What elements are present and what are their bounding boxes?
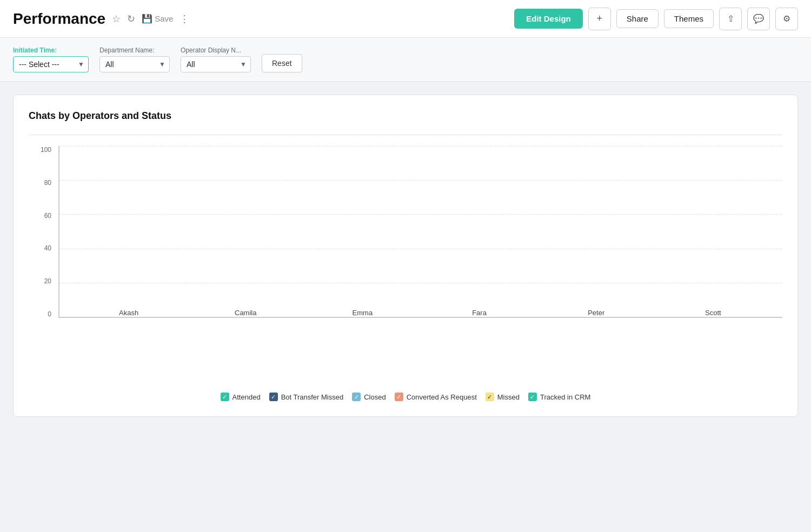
bar-label-peter: Peter — [588, 309, 604, 317]
bar-label-akash: Akash — [119, 309, 138, 317]
reset-button[interactable]: Reset — [262, 54, 302, 72]
comment-icon: 💬 — [753, 14, 764, 24]
refresh-icon[interactable]: ↻ — [127, 13, 135, 25]
legend-item-bot-transfer-missed[interactable]: ✓ Bot Transfer Missed — [269, 393, 344, 401]
legend-checkbox-bot: ✓ — [269, 393, 278, 401]
y-label-20: 20 — [29, 277, 56, 285]
legend-item-closed[interactable]: ✓ Closed — [352, 393, 385, 401]
bar-group-peter: Peter — [575, 303, 618, 317]
themes-button[interactable]: Themes — [664, 9, 714, 28]
legend-checkbox-missed: ✓ — [486, 393, 494, 401]
settings-button[interactable]: ⚙ — [775, 8, 798, 30]
bar-label-scott: Scott — [705, 309, 721, 317]
department-name-select-wrapper: All ▼ — [99, 56, 170, 72]
operator-display-filter: Operator Display N... All ▼ — [181, 46, 251, 72]
gear-icon: ⚙ — [783, 14, 790, 24]
department-name-label: Department Name: — [99, 46, 170, 54]
bar-label-emma: Emma — [353, 309, 373, 317]
legend-label-closed: Closed — [364, 393, 385, 401]
legend-checkbox-attended: ✓ — [221, 393, 229, 401]
bar-group-fara: Fara — [458, 303, 501, 317]
department-name-filter: Department Name: All ▼ — [99, 46, 170, 72]
add-button[interactable]: + — [588, 8, 611, 30]
save-icon: 💾 — [142, 14, 152, 24]
legend-item-tracked[interactable]: ✓ Tracked in CRM — [528, 393, 590, 401]
header-left: Performance ☆ ↻ 💾 Save ⋮ — [13, 10, 189, 28]
legend-checkbox-closed: ✓ — [352, 393, 361, 401]
chart-area: 0 20 40 60 80 100 — [29, 146, 782, 373]
legend-label-bot: Bot Transfer Missed — [281, 393, 344, 401]
more-options-icon[interactable]: ⋮ — [180, 13, 189, 25]
plus-icon: + — [597, 13, 603, 24]
initiated-time-select-wrapper: --- Select --- ▼ — [13, 56, 89, 72]
legend-label-converted: Converted As Request — [407, 393, 477, 401]
star-icon[interactable]: ☆ — [112, 13, 121, 25]
initiated-time-label: Initiated Time: — [13, 46, 89, 54]
chart-card: Chats by Operators and Status 0 20 40 60… — [13, 95, 798, 417]
bar-group-scott: Scott — [692, 303, 735, 317]
chart-legend: ✓ Attended ✓ Bot Transfer Missed ✓ Close… — [29, 393, 782, 401]
legend-label-attended: Attended — [232, 393, 261, 401]
y-label-40: 40 — [29, 244, 56, 252]
y-label-80: 80 — [29, 179, 56, 187]
initiated-time-filter: Initiated Time: --- Select --- ▼ — [13, 46, 89, 72]
legend-checkbox-tracked: ✓ — [528, 393, 537, 401]
initiated-time-select[interactable]: --- Select --- — [13, 56, 89, 72]
legend-item-missed[interactable]: ✓ Missed — [486, 393, 520, 401]
edit-design-button[interactable]: Edit Design — [514, 9, 583, 29]
bar-group-camila: Camila — [224, 303, 267, 317]
bar-label-fara: Fara — [472, 309, 487, 317]
legend-checkbox-converted: ✓ — [395, 393, 403, 401]
y-label-100: 100 — [29, 146, 56, 154]
operator-display-select[interactable]: All — [181, 56, 251, 72]
filters-bar: Initiated Time: --- Select --- ▼ Departm… — [0, 38, 811, 82]
chart-title: Chats by Operators and Status — [29, 110, 782, 122]
legend-item-converted[interactable]: ✓ Converted As Request — [395, 393, 477, 401]
bar-label-camila: Camila — [235, 309, 256, 317]
y-label-0: 0 — [29, 310, 56, 318]
operator-display-select-wrapper: All ▼ — [181, 56, 251, 72]
export-button[interactable]: ⇧ — [719, 8, 742, 30]
main-content: Chats by Operators and Status 0 20 40 60… — [0, 82, 811, 430]
operator-display-label: Operator Display N... — [181, 46, 251, 54]
export-icon: ⇧ — [727, 14, 734, 24]
bar-group-akash: Akash — [107, 303, 150, 317]
page-header: Performance ☆ ↻ 💾 Save ⋮ Edit Design + S… — [0, 0, 811, 38]
share-button[interactable]: Share — [616, 9, 659, 28]
comment-button[interactable]: 💬 — [747, 8, 770, 30]
legend-label-missed: Missed — [497, 393, 520, 401]
save-button[interactable]: 💾 Save — [142, 14, 173, 24]
y-label-60: 60 — [29, 212, 56, 220]
legend-item-attended[interactable]: ✓ Attended — [221, 393, 261, 401]
bar-group-emma: Emma — [341, 303, 384, 317]
page-title: Performance — [13, 10, 105, 28]
legend-label-tracked: Tracked in CRM — [540, 393, 590, 401]
department-name-select[interactable]: All — [99, 56, 170, 72]
header-right: Edit Design + Share Themes ⇧ 💬 ⚙ — [514, 8, 798, 30]
